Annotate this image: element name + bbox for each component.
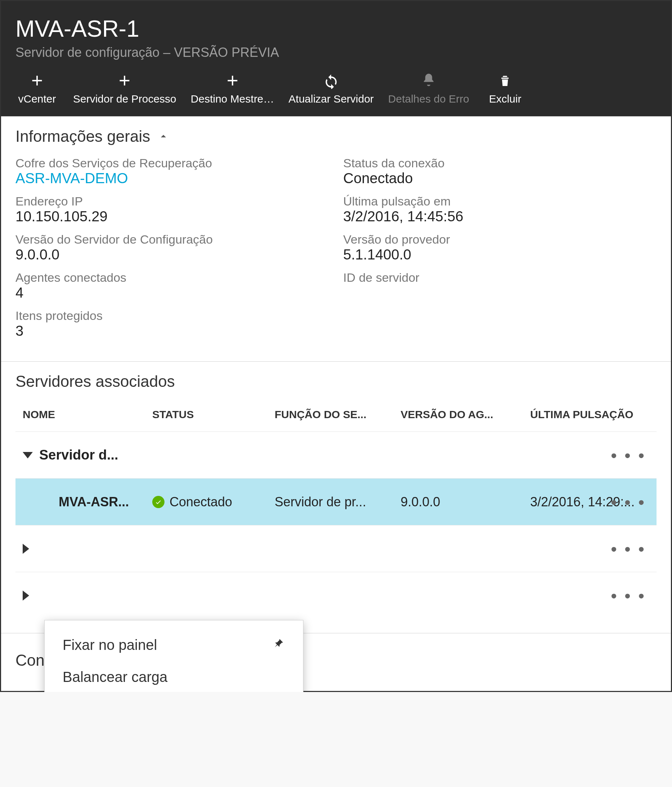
plus-icon	[224, 71, 241, 90]
vault-label: Cofre dos Serviços de Recuperação	[16, 156, 329, 170]
blade-header: MVA-ASR-1 Servidor de configuração – VER…	[1, 1, 671, 116]
refresh-label: Atualizar Servidor	[289, 92, 374, 106]
protected-label: Itens protegidos	[16, 309, 329, 323]
context-menu: Fixar no painel Balancear carga Alternar…	[44, 620, 304, 692]
delete-button[interactable]: Excluir	[484, 71, 527, 106]
process-server-button[interactable]: Servidor de Processo	[73, 71, 176, 106]
server-row-selected[interactable]: MVA-ASR... Conectado Servidor de pr... 9…	[16, 478, 656, 525]
cs-version-value: 9.0.0.0	[16, 247, 329, 263]
general-info-title: Informações gerais	[16, 127, 150, 145]
associated-servers-title: Servidores associados	[16, 373, 656, 390]
row-menu-button[interactable]: • • •	[611, 539, 646, 558]
config-server-blade: MVA-ASR-1 Servidor de configuração – VER…	[0, 0, 672, 692]
bell-icon	[421, 71, 437, 90]
context-pin[interactable]: Fixar no painel	[44, 629, 303, 661]
context-balance-label: Balancear carga	[63, 669, 168, 685]
vcenter-button[interactable]: vCenter	[16, 71, 59, 106]
provider-version-value: 5.1.1400.0	[343, 247, 657, 263]
agents-label: Agentes conectados	[16, 270, 329, 284]
blade-subtitle: Servidor de configuração – VERSÃO PRÉVIA	[16, 45, 656, 60]
row-menu-button[interactable]: • • •	[611, 585, 646, 605]
col-status[interactable]: STATUS	[152, 408, 275, 421]
col-version[interactable]: VERSÃO DO AG...	[401, 408, 530, 421]
connected-section-label: Con	[16, 651, 44, 669]
caret-right-icon	[23, 591, 29, 601]
general-info-section: Informações gerais Cofre dos Serviços de…	[1, 116, 671, 361]
row-role: Servidor de pr...	[275, 495, 401, 510]
vault-link[interactable]: ASR-MVA-DEMO	[16, 170, 329, 186]
collapsed-group-row[interactable]: • • •	[16, 525, 656, 572]
error-details-button: Detalhes do Erro	[388, 71, 469, 106]
associated-servers-section: Servidores associados NOME STATUS FUNÇÃO…	[1, 361, 671, 633]
info-grid: Cofre dos Serviços de Recuperação ASR-MV…	[16, 156, 656, 347]
agents-value: 4	[16, 284, 329, 301]
caret-right-icon	[23, 544, 29, 554]
error-details-label: Detalhes do Erro	[388, 92, 469, 106]
row-menu-button[interactable]: • • •	[611, 445, 646, 465]
refresh-server-button[interactable]: Atualizar Servidor	[289, 71, 374, 106]
provider-version-label: Versão do provedor	[343, 232, 657, 247]
last-heartbeat-label: Última pulsação em	[343, 194, 657, 209]
last-heartbeat-value: 3/2/2016, 14:45:56	[343, 209, 657, 224]
col-last[interactable]: ÚLTIMA PULSAÇÃO	[530, 408, 656, 421]
toolbar: vCenter Servidor de Processo Destino Mes…	[16, 71, 656, 106]
row-menu-button[interactable]: • • •	[611, 492, 646, 512]
master-target-button[interactable]: Destino Mestre…	[191, 71, 274, 106]
plus-icon	[29, 71, 45, 90]
group-label: Servidor d...	[39, 447, 119, 463]
caret-down-icon	[23, 452, 33, 458]
plus-icon	[116, 71, 133, 90]
context-balance[interactable]: Balancear carga	[44, 661, 303, 692]
trash-icon	[498, 71, 512, 90]
pin-icon	[272, 637, 285, 653]
context-pin-label: Fixar no painel	[63, 637, 157, 653]
conn-status-label: Status da conexão	[343, 156, 657, 170]
ip-label: Endereço IP	[16, 194, 329, 209]
row-name: MVA-ASR...	[23, 495, 152, 510]
blade-title: MVA-ASR-1	[16, 16, 656, 42]
conn-status-value: Conectado	[343, 170, 657, 186]
status-ok-icon	[152, 496, 164, 508]
col-name[interactable]: NOME	[23, 408, 152, 421]
delete-label: Excluir	[489, 92, 521, 106]
protected-value: 3	[16, 323, 329, 339]
collapsed-group-row[interactable]: • • •	[16, 572, 656, 619]
servers-table: NOME STATUS FUNÇÃO DO SE... VERSÃO DO AG…	[16, 405, 656, 619]
row-version: 9.0.0.0	[401, 495, 530, 510]
ip-value: 10.150.105.29	[16, 209, 329, 224]
cs-version-label: Versão do Servidor de Configuração	[16, 232, 329, 247]
master-target-label: Destino Mestre…	[191, 92, 274, 106]
process-server-label: Servidor de Processo	[73, 92, 176, 106]
chevron-up-icon	[157, 130, 169, 142]
table-header: NOME STATUS FUNÇÃO DO SE... VERSÃO DO AG…	[16, 405, 656, 431]
general-info-header[interactable]: Informações gerais	[16, 127, 656, 145]
group-row[interactable]: Servidor d... • • •	[16, 431, 656, 478]
vcenter-label: vCenter	[18, 92, 56, 106]
row-status: Conectado	[169, 495, 232, 510]
col-role[interactable]: FUNÇÃO DO SE...	[275, 408, 401, 421]
refresh-icon	[323, 71, 340, 90]
server-id-label: ID de servidor	[343, 270, 657, 284]
